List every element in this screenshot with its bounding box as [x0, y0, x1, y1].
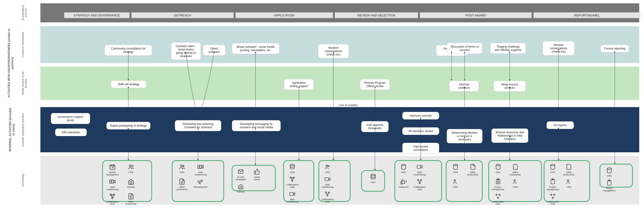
mail-icon [237, 168, 245, 175]
database-icon [605, 167, 613, 174]
card-browse: Browse resources and relationships to he… [492, 128, 528, 143]
svg-rect-10 [238, 170, 243, 173]
tech-crm-g: CRM [563, 178, 575, 191]
card-report-iterative: Iterative conversations (check-ins) [542, 41, 574, 56]
svg-rect-15 [290, 192, 293, 195]
tech-webconf: Web conferencing [105, 178, 120, 191]
database-icon [400, 163, 408, 170]
card-outreach-direct: Direct outreach [203, 45, 226, 56]
svg-point-11 [290, 164, 294, 166]
clipboard-icon [605, 179, 613, 186]
tech-office-f: Office productivity [563, 163, 575, 176]
phase-review: REVIEW AND SELECTION [335, 12, 418, 18]
network-icon [288, 176, 296, 183]
line-of-visibility: Line of visibility [339, 104, 358, 107]
tech-outreach-b: E-mail campaigns Social media Website [232, 165, 276, 191]
tech-collab-d: Collaboration tools [322, 190, 334, 203]
network-icon [416, 178, 424, 185]
tech-webconf-c: Web conferencing [286, 190, 298, 203]
svg-point-1 [129, 165, 131, 167]
network-icon [494, 193, 502, 200]
svg-point-21 [327, 195, 328, 196]
tech-website-b: Website [235, 183, 247, 193]
database-icon [549, 163, 557, 170]
phase-reporting: REPORTING/MEL [534, 12, 640, 18]
card-noreports: No reports [546, 121, 574, 129]
tech-review: GMS Web conferencing Voting tool Collabo… [394, 160, 442, 202]
tech-pm-b: Project management [547, 178, 559, 191]
document-icon [512, 163, 520, 170]
card-dei: DEI standards [55, 128, 87, 136]
card-wrap: Wrap-around services [494, 81, 526, 92]
label-internal: INTERNAL ACTIVITIES (invisible to client… [7, 107, 17, 152]
label-journey: Grantmaking journey [22, 3, 27, 22]
svg-rect-0 [110, 165, 115, 169]
card-app-iterative: Iterative conversations (check-ins) [318, 44, 349, 58]
svg-point-33 [514, 180, 516, 181]
svg-rect-18 [325, 177, 328, 181]
people-icon [452, 178, 460, 185]
clipboard-icon [549, 178, 557, 185]
home-icon [127, 178, 135, 185]
svg-point-17 [328, 165, 329, 167]
svg-point-42 [554, 194, 555, 195]
tech-office-e: Office productivity [509, 163, 522, 176]
tech-social: Social media [251, 168, 263, 181]
home-icon [237, 183, 245, 190]
tech-website: Website [124, 178, 138, 191]
tech-office-d: Office productivity [466, 163, 479, 176]
card-advisory: Advisory councils [402, 112, 439, 119]
video-icon [288, 190, 296, 197]
label-invisible-support: Invisible supporting activities [22, 107, 24, 152]
database-icon [369, 173, 377, 180]
document-icon [127, 193, 135, 200]
svg-point-40 [568, 180, 569, 181]
tech-gms-d: GMS [449, 163, 462, 176]
tech-voting: Voting tool [398, 178, 410, 191]
svg-point-41 [550, 194, 552, 195]
card-app-writing: Application writing support [284, 79, 314, 90]
band-internal [40, 107, 639, 152]
tech-crm: CRM [124, 163, 138, 176]
svg-point-16 [326, 165, 328, 167]
tech-webconf-d: Web conferencing [322, 176, 334, 188]
phase-strategy: STRATEGY AND GOVERNANCE [64, 12, 130, 18]
svg-point-37 [550, 164, 555, 166]
tech-collab-e: Collaboration tools [414, 178, 426, 191]
label-visible-actions: Visible actions of the provider [22, 67, 27, 100]
card-report-formal: Formal reporting [600, 45, 629, 52]
card-post-triaging: Triaging challengs and offering supports [490, 43, 526, 54]
tech-gms-c: GMS [398, 163, 410, 176]
tech-events-mgmt: Events management [105, 163, 120, 176]
svg-point-36 [498, 197, 498, 198]
clipboard-icon [494, 178, 502, 185]
label-technology: Technology [22, 156, 24, 205]
card-app-primary-review: Primary Program Officer review [360, 79, 390, 90]
video-icon [108, 178, 116, 185]
svg-point-35 [499, 194, 500, 195]
label-activities-with: ACTIVITIES WITH GRANTEE/PARTNERS (visibl… [6, 26, 16, 100]
phase-outreach: OUTREACH [132, 12, 234, 18]
card-outreach-team: Outreach team - street teams going direc… [171, 42, 201, 60]
tech-post-a: GMS Office productivity CRM [446, 160, 483, 202]
card-review-terms2: Discussion of terms of success [447, 43, 482, 54]
network-icon [108, 193, 116, 200]
card-contract-necessary: Determining whether a contract is necess… [447, 129, 482, 143]
thumbs-icon [253, 168, 261, 175]
people-icon [324, 163, 332, 170]
svg-point-28 [454, 164, 458, 166]
svg-point-43 [552, 197, 553, 198]
tech-crm-d: CRM [322, 163, 334, 174]
svg-point-27 [419, 182, 420, 184]
card-review-select: Reviewing and selecting Grantees for out… [175, 120, 221, 131]
phase-application: APPLICATION [236, 12, 333, 18]
network-icon [324, 190, 332, 197]
tech-webconf-b: Web conferencing [194, 163, 208, 176]
tech-strategy: Events management CRM Web conferencing W… [102, 160, 152, 202]
card-staffset: Staff-set strategy [111, 80, 146, 88]
svg-point-14 [292, 180, 293, 181]
card-paid: Paid review committees [402, 143, 439, 154]
people-icon [565, 178, 573, 185]
phase-postaward: POST AWARD [420, 12, 532, 18]
tech-crm-b: CRM [175, 163, 189, 176]
